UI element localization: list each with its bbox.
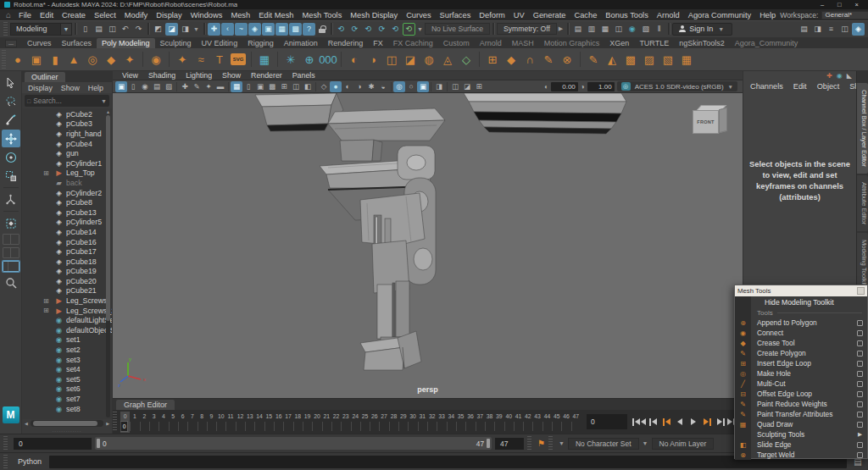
outliner-item-pcube16[interactable]: ⊞ pCube16 xyxy=(22,237,112,247)
snap-btn-snap-to-projected-center[interactable]: ◈ xyxy=(248,23,261,36)
status-btn-select-by-component[interactable]: ◨ xyxy=(179,23,192,36)
shelf-tab-mash[interactable]: MASH xyxy=(507,38,539,48)
menu-help[interactable]: Help xyxy=(755,11,780,19)
vp-icon-use-default-material[interactable]: ◑ xyxy=(353,81,365,92)
snap-btn-keyframe-snap[interactable]: ▩ xyxy=(289,23,302,36)
workspace-select[interactable]: General* ▼ xyxy=(821,11,868,19)
exposure-icon[interactable]: ◐ xyxy=(544,83,548,91)
current-time-field[interactable]: 0 xyxy=(587,414,627,429)
outliner-item-pcube4[interactable]: ⊞ pCube4 xyxy=(22,139,112,149)
viewport-menu-lighting[interactable]: Lighting xyxy=(181,71,217,80)
outliner-item-right-hand[interactable]: ⊞ right_hand xyxy=(22,129,112,139)
shelf-icon-quad-draw-shelf[interactable]: ✎ xyxy=(539,50,558,69)
shelf-icon-nc-full[interactable]: ▩ xyxy=(621,50,640,69)
vp-icon-motion-blur[interactable]: ○ xyxy=(405,81,417,92)
shelf-icon-ch-expand[interactable]: ▦ xyxy=(677,50,696,69)
frame-15[interactable]: 15 15 xyxy=(264,412,274,433)
frame-30[interactable]: 30 30 xyxy=(408,412,417,433)
frame-47[interactable]: 47 47 xyxy=(571,412,581,433)
vp-icon-joint-xray[interactable]: ✦ xyxy=(203,81,214,92)
menu-modify[interactable]: Modify xyxy=(120,11,152,19)
outliner-item-back[interactable]: ⊞ back xyxy=(22,178,112,188)
menu-mesh[interactable]: Mesh xyxy=(226,11,254,19)
shelf-icon-sep-2[interactable] xyxy=(165,52,173,67)
playback-go-to-start[interactable] xyxy=(632,415,646,429)
shelf-icon-relax-brush[interactable]: ◭ xyxy=(603,50,621,69)
menu-deform[interactable]: Deform xyxy=(475,11,509,19)
animation-start-field[interactable]: 0 xyxy=(14,438,92,450)
outliner-item-pcube20[interactable]: ⊞ pCube20 xyxy=(22,276,112,286)
frame-18[interactable]: 18 18 xyxy=(293,412,303,433)
frame-25[interactable]: 25 25 xyxy=(360,412,370,433)
shelf-icon-bridge[interactable]: ∩ xyxy=(520,50,539,69)
frame-42[interactable]: 42 42 xyxy=(523,412,532,433)
tool-options-checkbox[interactable] xyxy=(857,442,863,448)
shelf-icon-platonic-solid[interactable]: ◉ xyxy=(147,50,165,69)
toggle-btn-toggle-attribute-editor[interactable]: ◨ xyxy=(811,23,824,36)
frame-ruler[interactable]: 0 0 1 1 2 2 xyxy=(120,412,581,433)
move-tool[interactable] xyxy=(2,130,20,147)
anim-layer-select[interactable]: No Anim Layer xyxy=(652,438,715,450)
frame-23[interactable]: 23 23 xyxy=(341,412,350,433)
chevron-down-icon[interactable]: ▼ xyxy=(643,440,648,446)
tool-options-checkbox[interactable] xyxy=(857,361,863,367)
shelf-icon-poly-disc[interactable]: ✦ xyxy=(120,50,139,69)
frame-20[interactable]: 20 20 xyxy=(312,412,321,433)
outliner-item-leg-top[interactable]: ⊞ Leg_Top xyxy=(22,169,112,179)
shelf-icon-construction-plane[interactable]: ✳ xyxy=(281,50,300,69)
frame-24[interactable]: 24 24 xyxy=(351,412,360,433)
outliner-item-set2[interactable]: ⊞ set2 xyxy=(22,345,112,355)
frame-17[interactable]: 17 17 xyxy=(283,412,292,433)
toggle-btn-toggle-channel-box[interactable]: ▤ xyxy=(798,23,810,36)
outliner-item-set5[interactable]: ⊞ set5 xyxy=(22,374,112,384)
render-btn-render-current-frame[interactable]: ▥ xyxy=(585,23,598,36)
outliner-item-pcube18[interactable]: ⊞ pCube18 xyxy=(22,257,112,267)
range-start-handle[interactable] xyxy=(97,439,100,448)
shelf-icon-curve-tool[interactable]: ≈ xyxy=(192,50,210,69)
frame-41[interactable]: 41 41 xyxy=(514,412,523,433)
animation-end-field[interactable]: 47 xyxy=(495,438,524,450)
frame-8[interactable]: 8 8 xyxy=(198,412,207,433)
shelf-tab-fx-caching[interactable]: FX Caching xyxy=(388,38,438,48)
vp-icon-lock-camera[interactable]: ▯ xyxy=(127,81,139,92)
playback-play-forwards[interactable] xyxy=(687,415,700,429)
menu-display[interactable]: Display xyxy=(152,11,186,19)
snap-btn-snap-to-view-plane[interactable]: ▣ xyxy=(262,23,275,36)
tool-options-checkbox[interactable] xyxy=(857,381,863,387)
outliner-item-leg-screws-2[interactable]: ⊞ Leg_Screws_2 xyxy=(22,306,112,316)
outliner-item-set6[interactable]: ⊞ set6 xyxy=(22,384,112,395)
outliner-item-leg-screws[interactable]: ⊞ Leg_Screws xyxy=(22,296,112,306)
outliner-item-pcube8[interactable]: ⊞ pCube8 xyxy=(22,197,112,207)
shelf-tab-rigging[interactable]: Rigging xyxy=(242,38,279,48)
outliner-item-set8[interactable]: ⊞ set8 xyxy=(22,404,112,414)
chevron-down-icon[interactable]: ▼ xyxy=(415,26,425,32)
frame-43[interactable]: 43 43 xyxy=(532,412,542,433)
range-end-handle[interactable] xyxy=(487,439,490,448)
vp-icon-safe-action[interactable]: ◫ xyxy=(290,81,302,92)
time-slider-grip[interactable] xyxy=(113,412,117,432)
vp-icon-lighting-mode[interactable]: ✱ xyxy=(365,81,377,92)
range-slider-grip[interactable] xyxy=(3,436,8,451)
frame-35[interactable]: 35 35 xyxy=(456,412,465,433)
layout-single-pane[interactable] xyxy=(3,234,19,245)
frame-2[interactable]: 2 2 xyxy=(140,412,149,433)
last-tool-used[interactable] xyxy=(2,191,20,208)
outliner-item-pcube2[interactable]: ⊞ pCube2 xyxy=(22,109,112,119)
playback-step-forward-frame[interactable] xyxy=(714,415,727,429)
status-btn-open-scene[interactable]: ▤ xyxy=(92,23,105,36)
shelf-icon-poly-sphere[interactable]: ● xyxy=(8,50,27,69)
shelf-icon-super-shape[interactable]: ✦ xyxy=(173,50,192,69)
scroll-right-icon[interactable]: ▶ xyxy=(106,421,109,426)
scroll-left-icon[interactable]: ◀ xyxy=(25,421,28,426)
vp-icon-gate-mask[interactable]: ▩ xyxy=(266,81,278,92)
outliner-item-pcube3[interactable]: ⊞ pCube3 xyxy=(22,119,112,130)
frame-10[interactable]: 10 10 xyxy=(216,412,225,433)
shelf-icon-poly-torus[interactable]: ◎ xyxy=(83,50,102,69)
mesh-tool-make-hole[interactable]: ◎ Make Hole ▶ xyxy=(735,368,867,379)
shelf-tab-arnold[interactable]: Arnold xyxy=(475,38,507,48)
viewport-menu-shading[interactable]: Shading xyxy=(143,71,181,80)
gamma-field[interactable]: 1.00 xyxy=(587,82,615,91)
outliner-search-input[interactable]: □ Search... ▼ xyxy=(25,95,109,107)
frame-11[interactable]: 11 11 xyxy=(225,412,235,433)
viewport-menu-panels[interactable]: Panels xyxy=(287,71,320,80)
